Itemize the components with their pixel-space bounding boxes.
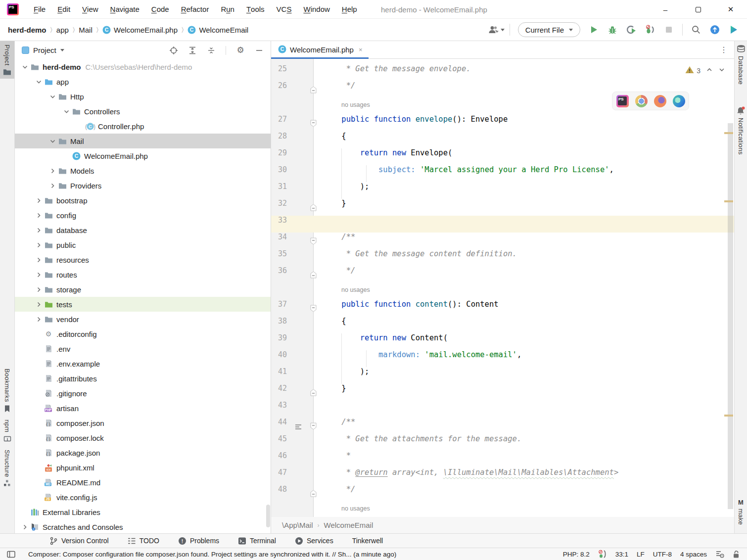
chevron-down-icon[interactable] <box>61 108 71 115</box>
usage-hint[interactable]: no usages <box>341 101 370 108</box>
lock-open-icon[interactable] <box>733 550 740 559</box>
menu-edit[interactable]: Edit <box>51 0 76 19</box>
menu-help[interactable]: Help <box>336 0 363 19</box>
code-line-42[interactable]: 42 } <box>271 384 734 401</box>
tree-item-gitignore[interactable]: .gitignore <box>15 386 271 401</box>
code-line-44[interactable]: 44 /** <box>271 418 734 434</box>
code-line-28[interactable]: 28 { <box>271 132 734 148</box>
code-line-25[interactable]: 25 * Get the message envelope. <box>271 64 734 81</box>
tree-item-app[interactable]: app <box>15 74 271 89</box>
coverage-button[interactable] <box>626 24 637 35</box>
chevron-right-icon[interactable] <box>34 301 44 308</box>
tree-item-mail[interactable]: Mail <box>15 134 271 148</box>
code-line-45[interactable]: 45 * Get the attachments for the message… <box>271 434 734 451</box>
tree-item-tests[interactable]: tests <box>15 297 271 312</box>
breadcrumb-item-herd-demo[interactable]: herd-demo <box>8 26 47 34</box>
usage-hint[interactable]: no usages <box>341 505 370 512</box>
editor-breadcrumb-item[interactable]: \App\Mail <box>282 521 313 529</box>
tree-item-routes[interactable]: routes <box>15 267 271 282</box>
chevron-right-icon[interactable] <box>34 241 44 249</box>
inspections-widget[interactable]: 3 <box>685 66 725 75</box>
chevron-down-icon[interactable] <box>47 138 57 145</box>
tree-item-phpunit-xml[interactable]: <>phpunit.xml <box>15 460 271 475</box>
code-line-41[interactable]: 41 ); <box>271 367 734 384</box>
phpstorm-icon[interactable] <box>616 95 629 107</box>
chevron-right-icon[interactable] <box>34 286 44 293</box>
tree-item-vendor[interactable]: vendor <box>15 312 271 327</box>
breadcrumb-item-welcomeemail[interactable]: CWelcomeEmail <box>187 26 248 34</box>
chrome-icon[interactable] <box>635 95 648 107</box>
profiler-button[interactable] <box>645 24 655 35</box>
minimize-button[interactable]: – <box>649 0 682 19</box>
tree-item-artisan[interactable]: PHPartisan <box>15 401 271 416</box>
toolwindow-button-version-control[interactable]: Version Control <box>49 537 109 545</box>
tree-item-providers[interactable]: Providers <box>15 178 271 193</box>
next-problem-chevron-icon[interactable] <box>718 66 725 75</box>
locate-button[interactable] <box>169 46 178 55</box>
menu-navigate[interactable]: Navigate <box>104 0 145 19</box>
menu-file[interactable]: File <box>28 0 51 19</box>
search-everywhere-button[interactable] <box>691 24 701 35</box>
chevron-right-icon[interactable] <box>34 212 44 219</box>
menu-code[interactable]: Code <box>145 0 175 19</box>
stripe-button-notifications[interactable]: Notifications <box>735 103 747 158</box>
code-line-39[interactable]: 39 return new Content( <box>271 333 734 350</box>
tree-item-scratches-and-consoles[interactable]: !Scratches and Consoles <box>15 519 271 533</box>
prev-problem-chevron-icon[interactable] <box>706 66 713 75</box>
toolwindow-button-problems[interactable]: !Problems <box>178 537 219 545</box>
chevron-right-icon[interactable] <box>47 182 57 189</box>
warning-stripe-mark[interactable] <box>724 200 733 202</box>
menu-window[interactable]: Window <box>297 0 335 19</box>
tree-item-config[interactable]: config <box>15 208 271 223</box>
tree-item-public[interactable]: public <box>15 237 271 252</box>
tab-welcomeemail-php[interactable]: C WelcomeEmail.php × <box>271 41 369 59</box>
tree-item-herd-demo[interactable]: herd-demoC:\Users\sebas\Herd\herd-demo <box>15 59 271 74</box>
editor-breadcrumb-item[interactable]: WelcomeEmail <box>324 521 374 529</box>
tree-item-env[interactable]: .env <box>15 341 271 356</box>
toolwindow-button-terminal[interactable]: Terminal <box>238 537 276 545</box>
people-icon[interactable] <box>491 24 502 35</box>
tree-item-external-libraries[interactable]: External Libraries <box>15 505 271 519</box>
kebab-menu-icon[interactable]: ⋮ <box>720 45 728 54</box>
menu-run[interactable]: Run <box>215 0 240 19</box>
project-scrollbar[interactable] <box>266 505 270 527</box>
status-widget-4-spaces[interactable]: 4 spaces <box>680 551 707 558</box>
hide-button[interactable] <box>255 46 264 55</box>
tree-item-database[interactable]: database <box>15 223 271 237</box>
code-line-40[interactable]: 40 markdown: 'mail.welcome-email', <box>271 350 734 367</box>
chevron-right-icon[interactable] <box>34 316 44 323</box>
run-config-selector[interactable]: Current File <box>518 22 580 37</box>
code-line-33[interactable]: 33 <box>271 216 734 233</box>
code-line-30[interactable]: 30 subject: 'Marcel assigned your a Herd… <box>271 165 734 182</box>
code-line-27[interactable]: 27 public function envelope(): Envelope <box>271 115 734 132</box>
stripe-button-make[interactable]: Mmake <box>735 495 747 528</box>
tree-item-bootstrap[interactable]: bootstrap <box>15 193 271 208</box>
tinkerwell-button[interactable] <box>728 24 739 35</box>
usage-hint[interactable]: no usages <box>341 286 370 293</box>
tree-item-controller-php[interactable]: (C)Controller.php <box>15 119 271 134</box>
chevron-right-icon[interactable] <box>34 227 44 234</box>
chevron-right-icon[interactable] <box>34 256 44 264</box>
expand-all-button[interactable] <box>188 46 197 55</box>
code-line-32[interactable]: 32 } <box>271 199 734 216</box>
status-widget-33-1[interactable]: 33:1 <box>615 551 628 558</box>
breadcrumb-item-app[interactable]: app <box>56 26 69 34</box>
settings-button[interactable]: ⚙ <box>236 46 245 55</box>
tree-item-http[interactable]: Http <box>15 89 271 104</box>
tree-item-storage[interactable]: storage <box>15 282 271 297</box>
tree-item-composer-json[interactable]: {}composer.json <box>15 416 271 430</box>
tree-item-vite-config-js[interactable]: JSvite.config.js <box>15 490 271 505</box>
xdebug-status-icon[interactable] <box>598 550 607 559</box>
close-icon[interactable]: × <box>359 46 363 53</box>
tree-item-models[interactable]: Models <box>15 163 271 178</box>
stripe-button-project[interactable]: Project <box>0 41 14 79</box>
indent-config-icon[interactable] <box>715 550 724 558</box>
code-line-46[interactable]: 46 * <box>271 451 734 468</box>
menu-refactor[interactable]: Refactor <box>175 0 215 19</box>
tree-item-package-json[interactable]: {}package.json <box>15 445 271 460</box>
tree-item-env-example[interactable]: .env.example <box>15 356 271 371</box>
toolwindow-button-services[interactable]: Services <box>295 537 333 545</box>
debug-button[interactable] <box>607 24 618 35</box>
code-line-31[interactable]: 31 ); <box>271 182 734 199</box>
status-widget-lf[interactable]: LF <box>637 551 645 558</box>
